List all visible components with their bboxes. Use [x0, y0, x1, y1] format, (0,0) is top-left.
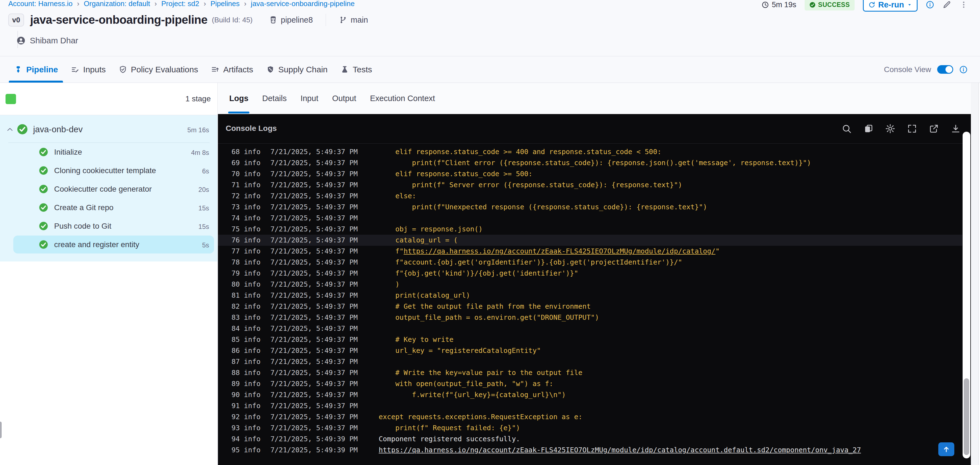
download-icon[interactable] [950, 124, 961, 134]
log-text: obj = response.json() [379, 224, 482, 235]
log-level: info [244, 312, 261, 323]
breadcrumb-link-project[interactable]: Project: sd2 [161, 0, 199, 8]
tab-inputs[interactable]: Inputs [71, 56, 106, 83]
step-name: Cookiecutter code generator [54, 185, 152, 194]
log-level: info [244, 433, 261, 444]
step-row-create-a-git-repo[interactable]: Create a Git repo15s [0, 198, 217, 217]
scroll-to-top-button[interactable] [938, 442, 954, 456]
log-link[interactable]: https://qa.harness.io/ng/account/zEaak-F… [404, 247, 715, 255]
log-level: info [244, 323, 261, 334]
log-level: info [244, 422, 261, 433]
console-view-info-icon[interactable] [959, 65, 967, 74]
log-text: output_file_path = os.environ.get("DRONE… [379, 312, 599, 323]
browser-scrollbar[interactable] [978, 83, 980, 465]
log-line-number: 76 [218, 235, 240, 246]
repo-group[interactable]: pipeline8 [269, 16, 313, 25]
tab-pipeline[interactable]: Pipeline [14, 56, 58, 83]
log-text: with open(output_file_path, "w") as f: [379, 378, 553, 389]
tab-tests[interactable]: Tests [340, 56, 372, 83]
tab-artifacts[interactable]: Artifacts [211, 56, 253, 83]
log-line-number: 92 [218, 411, 240, 422]
log-text-segment: f"{obj.get('kind')}/{obj.get('identifier… [379, 269, 578, 277]
log-text: except requests.exceptions.RequestExcept… [379, 411, 582, 422]
log-row: 72info7/21/2025, 5:49:37 PM else: [218, 190, 963, 202]
step-row-initialize[interactable]: Initialize4m 8s [0, 143, 217, 161]
open-in-new-icon[interactable] [929, 124, 939, 134]
rerun-button[interactable]: Re-run [863, 0, 918, 12]
breadcrumb-chevron-icon: › [77, 0, 80, 8]
breadcrumb-link-pipelines[interactable]: Pipelines [210, 0, 240, 8]
sidebar-scroll-handle[interactable] [0, 422, 2, 438]
log-text-segment: f.write(f"{url_key}={catalog_url}\n") [379, 391, 566, 399]
step-row-cookiecutter-code-generator[interactable]: Cookiecutter code generator20s [0, 180, 217, 198]
log-row: 76info7/21/2025, 5:49:37 PM catalog_url … [218, 235, 963, 246]
log-text: Component registered successfully. [379, 433, 520, 444]
log-text: elif response.status_code >= 400 and res… [379, 146, 662, 157]
log-line-number: 94 [218, 433, 240, 444]
collapse-chevron-icon[interactable] [6, 125, 14, 133]
step-name: create and register entity [54, 240, 139, 249]
pipeline-nav-tabs: PipelineInputsPolicy EvaluationsArtifact… [0, 56, 980, 83]
log-row: 93info7/21/2025, 5:49:37 PM print(f" Req… [218, 422, 963, 433]
log-timestamp: 7/21/2025, 5:49:37 PM [270, 146, 358, 157]
breadcrumb-link-account[interactable]: Account: Harness.io [8, 0, 73, 8]
log-level: info [244, 290, 261, 301]
detail-tab-input[interactable]: Input [301, 83, 318, 114]
console-view-toggle[interactable] [937, 65, 953, 74]
detail-tab-logs[interactable]: Logs [229, 83, 248, 114]
log-line-number: 68 [218, 146, 240, 157]
git-branch-icon [339, 16, 347, 24]
stage-name: java-onb-dev [33, 125, 83, 135]
tab-supply-chain[interactable]: Supply Chain [266, 56, 328, 83]
step-row-push-code-to-git[interactable]: Push code to Git15s [0, 217, 217, 235]
stage-row-java-onb-dev[interactable]: java-onb-dev 5m 16s [0, 115, 217, 143]
stage-block: java-onb-dev 5m 16s Initialize4m 8sCloni… [0, 115, 217, 262]
log-text: catalog_url = ( [379, 235, 458, 246]
log-text-segment: print(f" Server error ({response.status_… [379, 181, 682, 189]
log-level: info [244, 279, 261, 290]
edit-pipeline-icon[interactable] [942, 0, 951, 9]
log-text-segment: with open(output_file_path, "w") as f: [379, 380, 553, 388]
log-level: info [244, 213, 261, 224]
tab-policy-evaluations[interactable]: Policy Evaluations [118, 56, 198, 83]
log-line-number: 91 [218, 400, 240, 411]
copy-icon[interactable] [863, 124, 873, 134]
step-success-icon [39, 147, 48, 157]
log-text: # Key to write [379, 334, 453, 345]
log-link[interactable]: https://qa.harness.io/ng/account/zEaak-F… [379, 446, 861, 454]
detail-tab-details[interactable]: Details [262, 83, 287, 114]
breadcrumb-link-organization[interactable]: Organization: default [84, 0, 150, 8]
settings-icon[interactable] [885, 124, 896, 134]
console-scrollbar-thumb[interactable] [964, 378, 969, 455]
log-text: elif response.status_code >= 500: [379, 168, 533, 179]
detail-tab-execution-context[interactable]: Execution Context [370, 83, 435, 114]
log-line-number: 75 [218, 224, 240, 235]
step-name: Push code to Git [54, 222, 111, 230]
log-level: info [244, 179, 261, 190]
info-icon[interactable] [926, 0, 934, 9]
breadcrumb-chevron-icon: › [244, 0, 247, 8]
branch-group[interactable]: main [339, 16, 368, 25]
log-text-segment: print(f"Client error ({response.status_c… [379, 159, 811, 167]
step-row-cloning-cookiecutter-template[interactable]: Cloning cookiecutter template6s [0, 161, 217, 180]
log-text-segment: elif response.status_code >= 400 and res… [379, 148, 662, 156]
triggered-by-row: Shibam Dhar [17, 36, 78, 45]
log-line-number: 69 [218, 157, 240, 168]
run-duration: 5m 19s [762, 0, 796, 9]
console-log-area[interactable]: 68info7/21/2025, 5:49:37 PM elif respons… [218, 144, 963, 465]
breadcrumb-link-java-service-onboarding-pipeline[interactable]: java-service-onboarding-pipeline [251, 0, 355, 8]
step-row-create-and-register-entity[interactable]: create and register entity5s [0, 235, 217, 254]
step-duration: 15s [198, 223, 209, 230]
log-text-segment: url_key = "registeredCatalogEntity" [379, 346, 541, 355]
log-level: info [244, 334, 261, 345]
log-row: 68info7/21/2025, 5:49:37 PM elif respons… [218, 146, 963, 157]
fullscreen-icon[interactable] [907, 124, 917, 134]
run-duration-value: 5m 19s [772, 0, 796, 9]
more-options-icon[interactable] [959, 0, 968, 9]
log-row: 95info7/21/2025, 5:49:39 PMhttps://qa.ha… [218, 444, 963, 455]
log-level: info [244, 356, 261, 367]
detail-tab-output[interactable]: Output [332, 83, 356, 114]
log-line-number: 86 [218, 345, 240, 356]
search-icon[interactable] [842, 124, 852, 134]
artifacts-icon [211, 65, 220, 74]
